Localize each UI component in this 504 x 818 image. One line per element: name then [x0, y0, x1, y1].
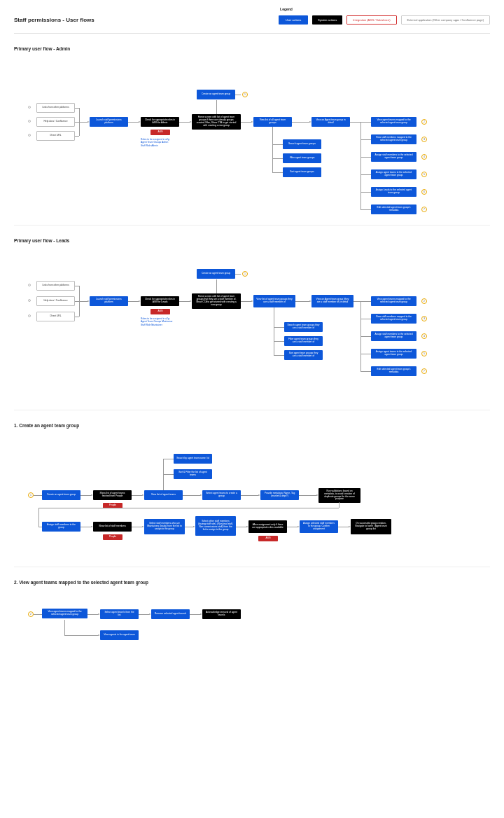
node-viewlist: View list of agent team groups they are …: [253, 295, 295, 307]
node-create: Create an agent team group: [197, 90, 235, 99]
section-view: 2. View agent teams mapped to the select…: [14, 567, 490, 716]
section-create: 1. Create an agent team group 1 Create a…: [14, 410, 490, 567]
legend-external: External application (Other company apps…: [401, 15, 490, 25]
node-showstaff: Show list of staff members: [93, 522, 132, 532]
node-confirm: Assign selected staff members to the gro…: [300, 520, 338, 533]
note-roles: Roles to be assigned in a2g: Agent Team …: [141, 317, 183, 326]
entry-help: Help docs / Confluence: [36, 296, 75, 306]
node-people: People: [103, 534, 122, 540]
node-allow: Allow assignment only if there are appro…: [248, 520, 287, 533]
node-r1: View agent teams mapped to the selected …: [371, 117, 416, 127]
node-start: View agent teams mapped to the selected …: [42, 609, 88, 618]
node-viewdetail: View an Agent team group in detail: [312, 117, 350, 127]
node-metadata: Provide metadata: Name, Tag (market & de…: [260, 490, 299, 500]
node-filter: Filter agent team groups: [283, 153, 321, 163]
section-title: Primary user flow - Admin: [14, 46, 490, 51]
node-check: Check for appropriate roles in ASG for L…: [141, 296, 179, 306]
node-create: Create an agent team group: [197, 269, 235, 279]
node-assign: Assign staff members to the group: [42, 522, 80, 532]
node-sortfilter: Sort & Filter the list of agent teams: [174, 469, 212, 479]
node-asg: ASG: [150, 309, 170, 314]
node-success: On successful group creation, Navigate t…: [351, 519, 391, 534]
section-title: 2. View agent teams mapped to the select…: [14, 580, 490, 585]
ref-3: 3: [421, 316, 427, 321]
node-viewdetail: View an Agent team group (they are a sta…: [312, 295, 354, 307]
node-r2: View staff members mapped to the selecte…: [371, 314, 416, 324]
node-r3: Assign staff members to the selected age…: [371, 152, 416, 162]
ref-1: 1: [28, 492, 34, 498]
entry-dot: [28, 284, 31, 286]
ref-7: 7: [421, 368, 427, 374]
entry-dot: [28, 299, 31, 302]
node-search: Search agent team groups: [283, 139, 321, 149]
legend: Legend User actions System actions Integ…: [279, 7, 490, 25]
ref-1: 1: [242, 92, 248, 97]
legend-title: Legend: [280, 7, 490, 11]
node-r5: Assign Leads to the selected agent team …: [371, 187, 416, 197]
node-validate: Run validations based on metadata, to av…: [318, 488, 360, 503]
node-r6: Edit selected agent team group's metadat…: [371, 204, 416, 214]
node-r2: View staff members mapped to the selecte…: [371, 134, 416, 144]
entry-dot: [28, 314, 31, 317]
node-start: Create an agent team group: [42, 490, 80, 500]
ref-2: 2: [421, 119, 427, 125]
node-home: Home screen with list of agent team grou…: [192, 114, 241, 130]
node-launch: Launch staff permissions platform: [90, 117, 128, 127]
legend-user: User actions: [279, 15, 308, 25]
ref-6: 6: [421, 189, 427, 195]
entry-links: Links from other platforms: [36, 103, 75, 113]
note-roles: Roles to be assigned in a2g: Agent Team …: [141, 138, 183, 147]
entry-dot: [28, 120, 31, 123]
node-launch: Launch staff permissions platform: [90, 296, 128, 306]
ref-2: 2: [28, 611, 34, 617]
legend-integration: Integration (ASG / Salesforce): [346, 15, 396, 25]
node-sort: Sort agent team groups: [283, 167, 321, 177]
node-r5: Edit selected agent team group's metadat…: [371, 366, 416, 376]
legend-system: System actions: [312, 15, 342, 25]
ref-1: 1: [242, 271, 248, 277]
ref-5: 5: [421, 172, 427, 177]
node-viewlist: View list of all agent team groups: [253, 117, 292, 127]
section-title: Primary user flow - Leads: [14, 238, 490, 243]
entry-dot: [28, 106, 31, 109]
ref-5: 5: [421, 351, 427, 356]
ref-4: 4: [421, 154, 427, 160]
node-r4: Assign agent teams to the selected agent…: [371, 349, 416, 359]
ref-3: 3: [421, 137, 427, 142]
node-viewagents: View agents in the agent team: [100, 630, 139, 640]
ref-2: 2: [421, 298, 427, 304]
section-title: 1. Create an agent team group: [14, 423, 490, 428]
node-search: Search by agent team name / id: [174, 454, 212, 464]
node-remove: Remove selected agent team/s: [151, 609, 190, 619]
node-select: Select agent teams to create a group: [202, 490, 241, 500]
ref-4: 4: [421, 333, 427, 339]
entry-url: Direct URL: [36, 131, 75, 141]
node-selectother: Select other staff members (having staff…: [195, 516, 236, 536]
node-showlist: Show list of agent teams fetched from Pe…: [93, 490, 132, 500]
node-filter: Filter agent team groups they are a staf…: [284, 336, 323, 346]
node-sort: Sort agent team groups they are a staff …: [284, 350, 323, 360]
entry-dot: [28, 134, 31, 137]
section-leads: Primary user flow - Leads Links from oth…: [14, 226, 490, 410]
entry-links: Links from other platforms: [36, 281, 75, 291]
entry-url: Direct URL: [36, 312, 75, 321]
entry-help: Help docs / Confluence: [36, 117, 75, 127]
node-check: Check for appropriate roles in ASG for A…: [141, 117, 179, 127]
node-viewlist: View list of agent teams: [144, 490, 183, 500]
node-asg: ASG: [150, 130, 170, 135]
section-admin: Primary user flow - Admin Links from oth…: [14, 34, 490, 226]
header: Staff permissions - User flows Legend Us…: [14, 7, 490, 34]
node-r3: Assign staff members to the selected age…: [371, 331, 416, 341]
page-title: Staff permissions - User flows: [14, 17, 94, 23]
ref-7: 7: [421, 207, 427, 212]
node-search: Search agent team groups they are a staf…: [284, 322, 323, 332]
node-r4: Assign agent teams to the selected agent…: [371, 169, 416, 179]
node-r1: View agent teams mapped to the selected …: [371, 296, 416, 306]
node-ack: Acknowledge removal of agent team/s: [202, 609, 241, 619]
node-asg: ASG: [258, 536, 278, 541]
node-select: Select agent team/s from the list: [100, 609, 139, 619]
node-selectstaff: Select staff members who are Maintainers…: [144, 519, 185, 534]
node-home: Home screen with list of agent team grou…: [192, 293, 241, 309]
